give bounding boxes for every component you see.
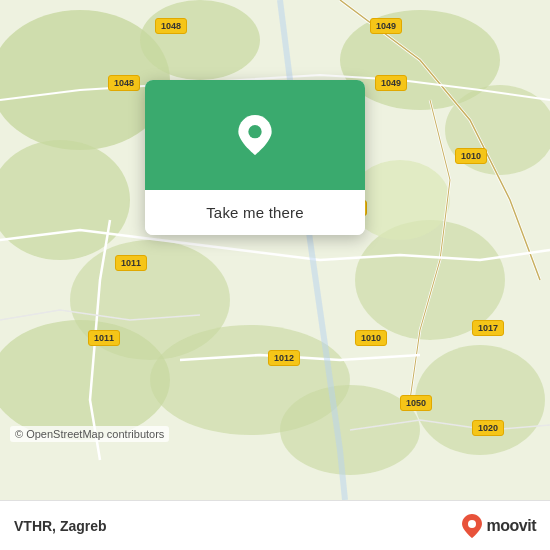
location-pin-icon bbox=[235, 115, 275, 155]
popup-card: Take me there bbox=[145, 80, 365, 235]
road-label-r3: 1048 bbox=[108, 75, 140, 91]
road-label-r1: 1048 bbox=[155, 18, 187, 34]
road-label-r13: 1020 bbox=[472, 420, 504, 436]
road-label-r2: 1049 bbox=[370, 18, 402, 34]
map-container: 1048104910481049101010101011101110121010… bbox=[0, 0, 550, 500]
moovit-text: moovit bbox=[487, 517, 536, 535]
bottom-bar: VTHR, Zagreb moovit bbox=[0, 500, 550, 550]
take-me-there-button[interactable]: Take me there bbox=[145, 190, 365, 235]
moovit-logo: moovit bbox=[462, 514, 536, 538]
road-label-r5: 1010 bbox=[455, 148, 487, 164]
road-label-r8: 1011 bbox=[88, 330, 120, 346]
road-label-r4: 1049 bbox=[375, 75, 407, 91]
map-attribution: © OpenStreetMap contributors bbox=[10, 426, 169, 442]
svg-point-15 bbox=[468, 520, 476, 528]
svg-point-14 bbox=[248, 125, 261, 138]
location-title: VTHR, Zagreb bbox=[14, 518, 107, 534]
moovit-pin-icon bbox=[462, 514, 482, 538]
map-background bbox=[0, 0, 550, 500]
svg-point-2 bbox=[140, 0, 260, 80]
road-label-r10: 1010 bbox=[355, 330, 387, 346]
svg-point-10 bbox=[415, 345, 545, 455]
road-label-r9: 1012 bbox=[268, 350, 300, 366]
popup-map-section bbox=[145, 80, 365, 190]
road-label-r12: 1017 bbox=[472, 320, 504, 336]
road-label-r11: 1050 bbox=[400, 395, 432, 411]
road-label-r7: 1011 bbox=[115, 255, 147, 271]
